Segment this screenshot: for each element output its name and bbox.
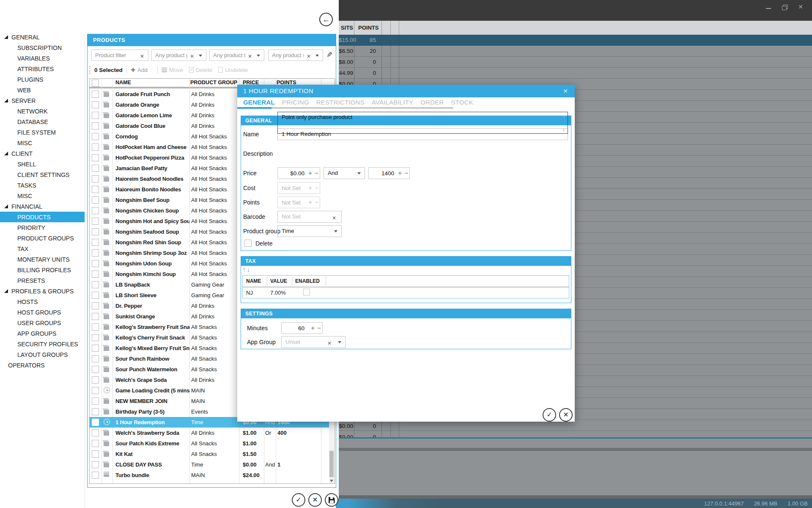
row-checkbox[interactable]: [92, 144, 99, 151]
sidebar-item-variables[interactable]: VARIABLES: [0, 53, 85, 64]
increment-icon[interactable]: [397, 170, 403, 177]
row-checkbox[interactable]: [92, 271, 99, 278]
row-checkbox[interactable]: [92, 292, 99, 299]
move-button[interactable]: Move: [162, 67, 183, 73]
row-checkbox[interactable]: [92, 207, 99, 214]
increment-icon[interactable]: [307, 199, 313, 206]
back-button[interactable]: ←: [319, 13, 333, 26]
table-row[interactable]: CLOSE DAY PASSTime$0.00And1: [90, 459, 330, 470]
sidebar-item-web[interactable]: WEB: [0, 85, 85, 95]
column-header-name[interactable]: NAME: [115, 79, 131, 87]
add-button[interactable]: Add: [131, 66, 148, 74]
row-checkbox[interactable]: [92, 133, 99, 140]
sidebar-item-misc[interactable]: MISC: [0, 138, 85, 148]
row-checkbox[interactable]: [92, 249, 99, 257]
scroll-up-icon[interactable]: [562, 113, 565, 117]
sidebar-item-security-profiles[interactable]: SECURITY PROFILES: [0, 339, 85, 349]
row-checkbox[interactable]: [92, 260, 99, 267]
row-checkbox[interactable]: [92, 355, 99, 362]
scroll-down-icon[interactable]: [330, 480, 333, 482]
tab-stock[interactable]: STOCK: [451, 97, 473, 107]
price-operator-dropdown[interactable]: And: [324, 167, 365, 179]
undelete-button[interactable]: Undelete: [218, 67, 248, 73]
sidebar-item-monetary-units[interactable]: MONETARY UNITS: [0, 254, 85, 265]
table-row[interactable]: Kit KatAll Snacks$1.50: [90, 449, 330, 459]
clear-icon[interactable]: [307, 52, 311, 60]
row-checkbox[interactable]: [92, 376, 99, 384]
sidebar-item-database[interactable]: DATABASE: [0, 116, 85, 127]
sidebar-item-app-groups[interactable]: APP GROUPS: [0, 328, 85, 339]
sidebar-item-product-groups[interactable]: PRODUCT GROUPS: [0, 233, 85, 243]
state-filter-dropdown[interactable]: Any product s: [268, 50, 323, 61]
sidebar-item-profiles-groups[interactable]: PROFILES & GROUPS: [0, 286, 85, 296]
row-checkbox[interactable]: [92, 175, 99, 182]
sidebar-item-network[interactable]: NETWORK: [0, 106, 85, 116]
increment-icon[interactable]: [310, 325, 316, 331]
row-checkbox[interactable]: [92, 112, 99, 119]
row-checkbox[interactable]: [92, 239, 99, 246]
table-row[interactable]: Welch's Strawberry SodaAll Drinks$1.00Or…: [90, 428, 330, 438]
increment-icon[interactable]: [307, 185, 313, 191]
sidebar-item-tax[interactable]: TAX: [0, 243, 85, 254]
sidebar-item-user-groups[interactable]: USER GROUPS: [0, 318, 85, 328]
delete-button[interactable]: Delete: [189, 67, 212, 73]
decrement-icon[interactable]: [316, 325, 322, 331]
group-filter-dropdown[interactable]: Any product g: [151, 50, 206, 61]
sidebar-item-general[interactable]: GENERAL: [0, 32, 85, 42]
row-checkbox[interactable]: [92, 334, 99, 341]
row-checkbox[interactable]: [92, 398, 99, 405]
sidebar-item-priority[interactable]: PRIORITY: [0, 222, 85, 233]
row-checkbox[interactable]: [92, 186, 99, 193]
minutes-stepper[interactable]: 60: [281, 322, 323, 334]
type-filter-dropdown[interactable]: Any product t: [209, 50, 264, 61]
row-checkbox[interactable]: [92, 323, 99, 331]
sidebar-item-presets[interactable]: PRESETS: [0, 275, 85, 286]
sidebar-item-plugins[interactable]: PLUGINS: [0, 74, 85, 85]
tab-restrictions[interactable]: RESTRICTIONS: [316, 97, 365, 107]
row-checkbox[interactable]: [92, 429, 99, 436]
row-checkbox[interactable]: [92, 461, 99, 468]
column-header-group[interactable]: PRODUCT GROUP: [190, 79, 237, 87]
search-input[interactable]: [92, 50, 134, 61]
sidebar-item-subscription[interactable]: SUBSCRIPTION: [0, 42, 85, 53]
clear-icon[interactable]: [327, 339, 332, 347]
row-checkbox[interactable]: [92, 218, 99, 225]
sidebar-item-client-settings[interactable]: CLIENT SETTINGS: [0, 169, 85, 180]
table-row[interactable]: Sour Patch Kids ExtremeAll Snacks$1.00: [90, 438, 330, 449]
sidebar-item-layout-groups[interactable]: LAYOUT GROUPS: [0, 349, 85, 360]
app-group-dropdown[interactable]: Unset: [281, 336, 346, 348]
tab-pricing[interactable]: PRICING: [282, 97, 309, 107]
description-field[interactable]: Point only purchase product: [277, 112, 568, 134]
row-checkbox[interactable]: [92, 419, 99, 426]
decrement-icon[interactable]: [313, 199, 320, 206]
sidebar-item-products[interactable]: PRODUCTS: [0, 212, 85, 222]
sidebar-item-misc[interactable]: MISC: [0, 190, 85, 201]
row-checkbox[interactable]: [92, 450, 99, 458]
row-checkbox[interactable]: [92, 366, 99, 373]
clear-icon[interactable]: [190, 52, 194, 60]
row-checkbox[interactable]: [92, 302, 99, 309]
row-checkbox[interactable]: [92, 345, 99, 352]
save-button[interactable]: [325, 493, 338, 507]
row-checkbox[interactable]: [92, 408, 99, 415]
sidebar-item-host-groups[interactable]: HOST GROUPS: [0, 307, 85, 318]
increment-icon[interactable]: [307, 170, 313, 177]
row-checkbox[interactable]: [92, 154, 99, 161]
scroll-down-icon[interactable]: [562, 128, 565, 132]
decrement-icon[interactable]: [313, 185, 320, 191]
sidebar-item-operators[interactable]: OPERATORS: [0, 360, 85, 370]
clear-icon[interactable]: [248, 52, 252, 60]
arrow-up-icon[interactable]: ↑: [242, 266, 247, 273]
horizontal-scrollbar[interactable]: [339, 448, 812, 451]
row-checkbox[interactable]: [92, 281, 99, 288]
dialog-close-button[interactable]: [560, 85, 571, 97]
tab-order[interactable]: ORDER: [420, 97, 444, 107]
select-all-checkbox[interactable]: [92, 80, 99, 87]
clear-icon[interactable]: [332, 214, 336, 221]
row-checkbox[interactable]: [92, 387, 99, 394]
delete-checkbox[interactable]: [244, 240, 252, 247]
row-checkbox[interactable]: [92, 313, 99, 320]
tab-availability[interactable]: AVAILABILITY: [372, 97, 414, 107]
product-group-dropdown[interactable]: Time: [277, 225, 342, 237]
sidebar-item-tasks[interactable]: TASKS: [0, 180, 85, 190]
